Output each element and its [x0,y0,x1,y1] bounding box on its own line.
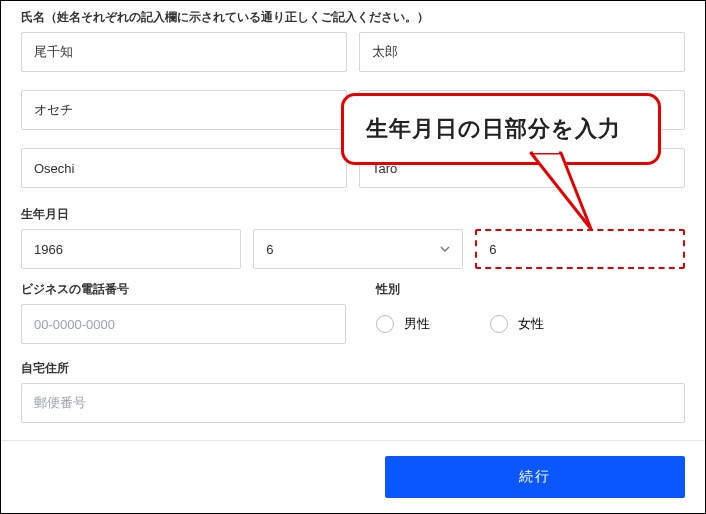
gender-label: 性別 [376,281,685,298]
gender-male-radio[interactable]: 男性 [376,315,430,333]
gender-male-label: 男性 [404,315,430,333]
gender-female-label: 女性 [518,315,544,333]
callout-instruction: 生年月日の日部分を入力 [341,93,661,165]
birthday-year-input[interactable]: 1966 [21,229,241,269]
birthday-month-value: 6 [266,242,273,257]
last-name-kanji-input[interactable]: 尾千知 [21,32,347,72]
radio-icon [376,315,394,333]
chevron-down-icon [440,244,450,254]
radio-icon [490,315,508,333]
address-label: 自宅住所 [21,360,685,377]
phone-input[interactable]: 00-0000-0000 [21,304,346,344]
gender-female-radio[interactable]: 女性 [490,315,544,333]
last-name-romaji-input[interactable]: Osechi [21,148,347,188]
submit-button[interactable]: 続行 [385,456,685,498]
name-section-label: 氏名（姓名それぞれの記入欄に示されている通り正しくご記入ください。） [21,9,685,26]
first-name-kanji-input[interactable]: 太郎 [359,32,685,72]
birthday-month-select[interactable]: 6 [253,229,463,269]
postal-code-input[interactable]: 郵便番号 [21,383,685,423]
last-name-kana-input[interactable]: オセチ [21,90,347,130]
callout-tail-icon [521,151,601,241]
phone-label: ビジネスの電話番号 [21,281,346,298]
